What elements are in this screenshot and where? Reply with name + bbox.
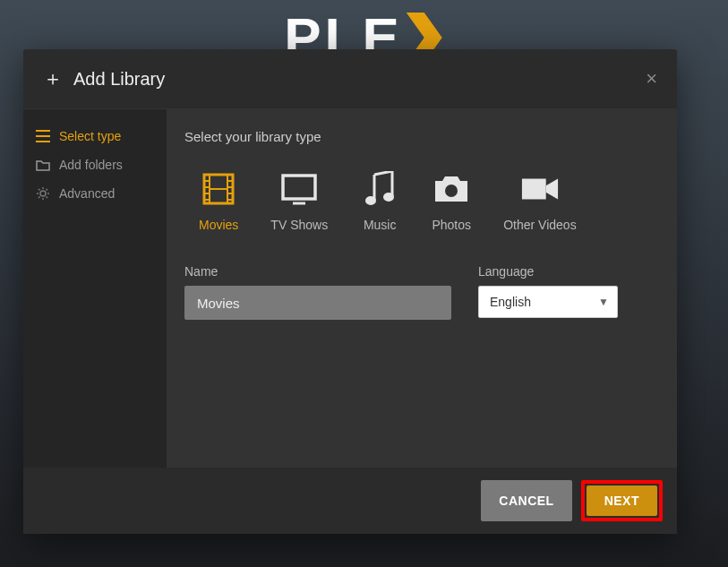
name-label: Name xyxy=(184,264,451,279)
type-movies[interactable]: Movies xyxy=(199,171,238,232)
type-label: Photos xyxy=(432,218,471,232)
type-tv-shows[interactable]: TV Shows xyxy=(270,171,328,232)
tv-icon xyxy=(279,171,319,207)
language-select[interactable]: English xyxy=(478,286,618,318)
video-icon xyxy=(520,171,560,207)
library-type-row: Movies TV Shows xyxy=(184,171,659,232)
svg-point-17 xyxy=(445,185,458,197)
type-label: Music xyxy=(364,218,397,232)
folder-icon xyxy=(36,158,50,172)
sidebar-item-select-type[interactable]: Select type xyxy=(23,122,167,150)
next-button[interactable]: NEXT xyxy=(587,485,657,516)
next-highlight: NEXT xyxy=(581,480,663,521)
name-group: Name xyxy=(184,264,451,320)
add-library-modal: ＋ Add Library × Select type Add folders xyxy=(23,49,677,534)
modal-main: Select your library type xyxy=(167,109,677,468)
type-label: TV Shows xyxy=(270,218,328,232)
music-icon xyxy=(360,171,399,207)
svg-rect-18 xyxy=(522,179,546,200)
language-group: Language English ▼ xyxy=(478,264,618,320)
form-row: Name Language English ▼ xyxy=(184,264,659,320)
modal-title: Add Library xyxy=(73,69,165,90)
type-label: Other Videos xyxy=(503,218,576,232)
cancel-button[interactable]: CANCEL xyxy=(481,480,571,521)
wizard-sidebar: Select type Add folders Advanced xyxy=(23,109,167,468)
svg-point-15 xyxy=(365,196,376,205)
main-heading: Select your library type xyxy=(184,129,659,144)
language-label: Language xyxy=(478,264,618,279)
type-music[interactable]: Music xyxy=(360,171,399,232)
svg-point-0 xyxy=(40,191,46,196)
modal-header: ＋ Add Library × xyxy=(23,49,677,109)
svg-point-16 xyxy=(383,193,394,202)
film-icon xyxy=(199,171,238,207)
camera-icon xyxy=(432,171,471,207)
close-button[interactable]: × xyxy=(646,69,657,89)
svg-rect-13 xyxy=(283,176,315,199)
list-icon xyxy=(36,129,50,143)
sidebar-item-label: Select type xyxy=(59,129,121,143)
type-label: Movies xyxy=(199,218,238,232)
name-input[interactable] xyxy=(184,286,451,320)
modal-body: Select type Add folders Advanced Select … xyxy=(23,109,677,468)
sidebar-item-label: Advanced xyxy=(59,186,115,201)
sidebar-item-label: Add folders xyxy=(59,158,123,172)
modal-footer: CANCEL NEXT xyxy=(23,468,677,534)
sidebar-item-add-folders[interactable]: Add folders xyxy=(23,150,167,179)
gear-icon xyxy=(36,186,50,201)
type-photos[interactable]: Photos xyxy=(432,171,471,232)
sidebar-item-advanced[interactable]: Advanced xyxy=(23,179,167,208)
plus-icon: ＋ xyxy=(43,65,63,92)
type-other-videos[interactable]: Other Videos xyxy=(503,171,576,232)
